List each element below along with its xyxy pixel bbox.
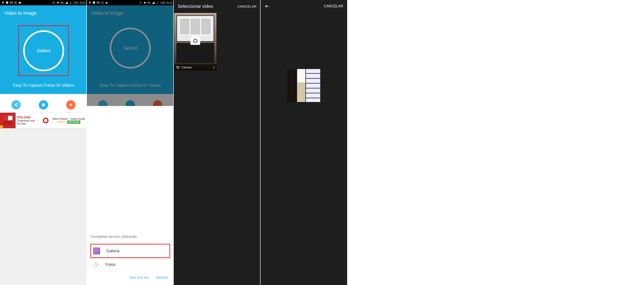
- ad-line2: for free.: [17, 122, 39, 125]
- select-label: Select: [37, 48, 50, 54]
- once-button[interactable]: Solo una vez: [130, 276, 149, 279]
- detail-header: CANCELAR: [260, 0, 347, 12]
- svg-rect-12: [3, 116, 8, 120]
- subtitle-text: Easy To Capture Frame Or Videos: [87, 83, 174, 88]
- back-button[interactable]: [264, 4, 270, 9]
- svg-rect-17: [106, 2, 108, 4]
- gmail-icon: [10, 1, 13, 4]
- actions-row-dimmed: [87, 94, 174, 106]
- chooser-item-galeria[interactable]: Galería: [90, 244, 170, 258]
- share-icon: [11, 100, 21, 110]
- svg-rect-13: [8, 116, 12, 120]
- screen-chooser: 4G 12% 15:22 Video to image Select Easy …: [87, 0, 174, 285]
- svg-rect-3: [53, 2, 54, 4]
- svg-rect-9: [42, 104, 45, 106]
- gmail-icon: [97, 1, 100, 4]
- main-panel-dimmed: Video to image Select Easy To Capture Fr…: [87, 5, 174, 94]
- always-button[interactable]: Siempre: [156, 276, 168, 279]
- select-button-dimmed: Select: [110, 28, 151, 68]
- gallery-icon: [93, 248, 100, 254]
- folder-name: Cámara: [182, 66, 192, 69]
- select-button[interactable]: Select: [23, 30, 64, 71]
- battery-text: 12%: [73, 1, 78, 4]
- svg-point-15: [93, 1, 95, 4]
- messenger-icon: [92, 1, 96, 4]
- ad-text: POLAND Download now for free.: [16, 115, 40, 126]
- svg-point-2: [15, 2, 16, 3]
- video-thumbnail[interactable]: [287, 69, 320, 102]
- svg-rect-14: [3, 121, 12, 125]
- notification-icon: [14, 1, 17, 4]
- ad-title: Meet Poland - Travel Guide: [52, 117, 85, 120]
- chooser-buttons: Solo una vez Siempre: [90, 271, 170, 282]
- subtitle-text: Easy To Capture Frame Or Videos: [0, 83, 87, 88]
- svg-rect-19: [157, 2, 158, 4]
- battery-icon: [69, 1, 72, 4]
- main-panel: Video to image Select Easy To Capture Fr…: [0, 5, 87, 94]
- svg-point-16: [101, 2, 103, 4]
- ad-gratis: GRATIS: [57, 121, 65, 123]
- album-icon: [39, 100, 48, 110]
- facebook-icon: [88, 1, 91, 4]
- signal-text: 4G: [60, 1, 64, 4]
- select-highlight-box: Select: [18, 26, 69, 76]
- messenger-icon: [6, 1, 9, 4]
- ad-right: Meet Poland - Travel Guide GRATIS INSTAL…: [51, 116, 87, 124]
- cancel-button[interactable]: CANCELAR: [324, 4, 343, 8]
- svg-rect-10: [43, 104, 44, 105]
- ad-banner[interactable]: POLAND Download now for free. Meet Polan…: [0, 113, 87, 128]
- screen-picker: Seleccionar vídeo CANCELAR 📷 Cámara 1: [174, 0, 260, 285]
- battery-text: 12%: [160, 1, 165, 4]
- cancel-button[interactable]: CANCELAR: [238, 4, 256, 8]
- ad-line1: Download now: [17, 119, 39, 122]
- facebook-icon: [1, 1, 4, 4]
- ad-install-button[interactable]: INSTALAR: [67, 120, 80, 124]
- vibrate-icon: [52, 1, 55, 4]
- camera-icon: [190, 37, 200, 45]
- svg-rect-5: [70, 3, 71, 4]
- folder-label: 📷 Cámara 1: [174, 64, 216, 70]
- rate-icon: [66, 100, 76, 110]
- fotos-label: Fotos: [106, 262, 116, 267]
- poland-flag-icon: [43, 118, 48, 123]
- galeria-label: Galería: [106, 249, 119, 254]
- ad-choices-icon[interactable]: ▷: [0, 125, 3, 128]
- signal-icon: [152, 1, 155, 4]
- signal-text: 4G: [148, 1, 151, 4]
- chooser-title: Completar acción utilizando: [90, 234, 170, 239]
- intent-chooser: Completar acción utilizando Galería Foto…: [87, 230, 174, 285]
- status-bar: 4G 12% 15:22: [0, 0, 87, 5]
- picker-header: Seleccionar vídeo CANCELAR: [174, 0, 260, 12]
- notification-icon: [101, 1, 104, 4]
- status-bar: 4G 12% 15:22: [87, 0, 174, 5]
- signal-icon: [65, 1, 68, 4]
- picker-title: Seleccionar vídeo: [178, 4, 213, 9]
- folder-camara[interactable]: 📷 Cámara 1: [174, 13, 216, 70]
- screen-main: 4G 12% 15:22 Video to image Select Easy …: [0, 0, 87, 285]
- wifi-icon: [56, 1, 60, 4]
- photos-icon: [93, 261, 99, 268]
- ad-brand: POLAND: [17, 116, 39, 119]
- app-title: Video to image: [87, 5, 174, 16]
- android-icon: [18, 1, 22, 4]
- svg-rect-18: [140, 2, 141, 4]
- app-title: Video to image: [0, 5, 87, 16]
- vibrate-icon: [139, 1, 142, 4]
- screen-detail: CANCELAR: [260, 0, 347, 285]
- folder-count: 1: [213, 66, 215, 69]
- camera-small-icon: 📷: [176, 66, 180, 69]
- clock-text: 15:22: [79, 1, 86, 4]
- chooser-item-fotos[interactable]: Fotos: [90, 258, 170, 271]
- clock-text: 15:22: [166, 1, 172, 4]
- wifi-icon: [143, 1, 146, 4]
- android-icon: [105, 1, 108, 4]
- battery-icon: [156, 1, 159, 4]
